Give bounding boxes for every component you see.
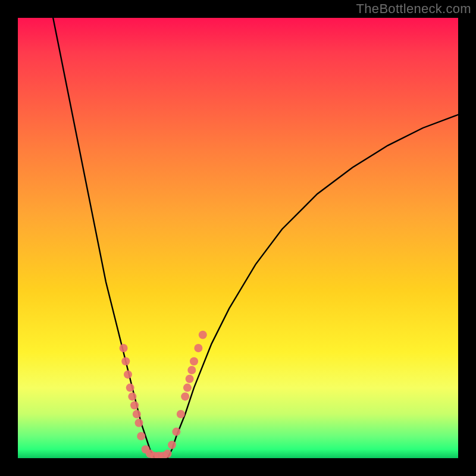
data-marker <box>186 375 194 383</box>
data-marker <box>199 331 207 339</box>
chart-frame: TheBottleneck.com <box>0 0 476 476</box>
data-marker <box>172 428 180 436</box>
curve-left-branch <box>53 18 154 458</box>
data-marker <box>194 344 202 352</box>
watermark-text: TheBottleneck.com <box>356 1 471 17</box>
data-marker <box>130 401 139 409</box>
data-marker <box>124 370 132 378</box>
curve-right-branch <box>168 115 458 458</box>
data-marker <box>190 357 198 365</box>
data-marker <box>137 432 145 440</box>
data-marker <box>126 384 134 392</box>
data-marker <box>128 392 136 400</box>
data-marker <box>181 392 189 400</box>
plot-area <box>18 18 458 458</box>
data-marker <box>121 357 130 365</box>
data-marker <box>177 410 185 418</box>
data-marker <box>120 344 128 352</box>
bottleneck-curve <box>18 18 458 458</box>
data-marker <box>164 450 172 458</box>
data-marker <box>168 441 176 449</box>
data-marker <box>183 384 192 392</box>
data-marker <box>133 410 141 418</box>
data-marker <box>135 419 143 427</box>
data-marker <box>187 366 196 374</box>
